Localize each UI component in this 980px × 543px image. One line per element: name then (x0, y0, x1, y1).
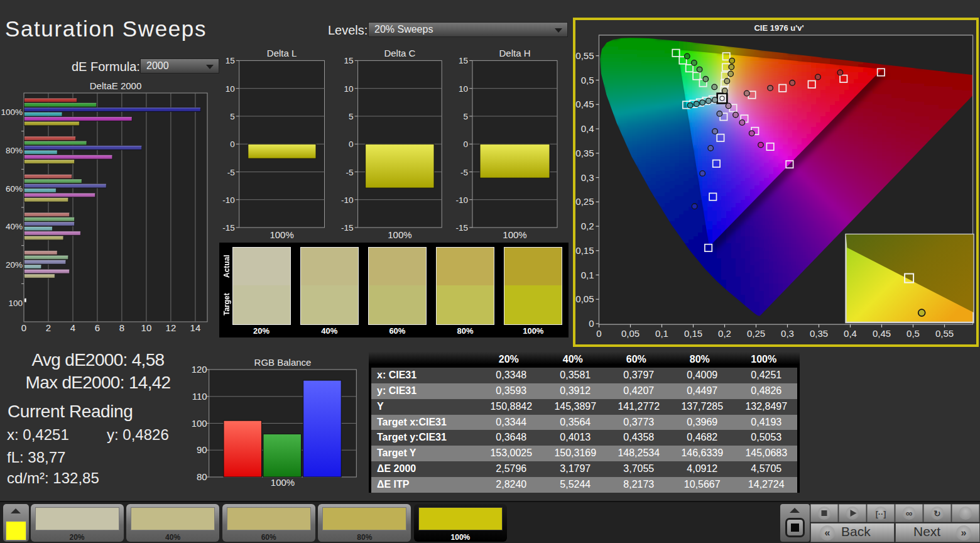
svg-text:-5: -5 (346, 168, 354, 177)
svg-text:90: 90 (197, 444, 207, 455)
svg-text:100%: 100% (388, 229, 411, 240)
svg-text:0: 0 (349, 140, 354, 149)
svg-text:0,25: 0,25 (575, 196, 594, 207)
svg-text:0,45: 0,45 (873, 328, 891, 339)
svg-text:10: 10 (226, 84, 235, 94)
svg-text:100%: 100% (271, 477, 295, 488)
svg-text:-10: -10 (341, 195, 354, 205)
svg-text:0: 0 (230, 140, 235, 149)
svg-text:-15: -15 (222, 223, 235, 233)
svg-text:40%: 40% (6, 222, 23, 231)
svg-text:-5: -5 (460, 168, 468, 177)
svg-text:15: 15 (344, 56, 354, 65)
svg-text:0,3: 0,3 (581, 172, 594, 183)
svg-text:12: 12 (166, 322, 177, 333)
svg-text:5: 5 (463, 112, 468, 121)
svg-text:0,05: 0,05 (575, 293, 594, 304)
svg-text:-15: -15 (341, 223, 354, 233)
svg-text:-10: -10 (222, 195, 235, 205)
svg-text:-5: -5 (227, 168, 235, 177)
svg-text:100%: 100% (270, 229, 293, 240)
svg-text:0,05: 0,05 (621, 328, 640, 339)
svg-text:CIE 1976 u'v': CIE 1976 u'v' (754, 23, 803, 33)
svg-text:100: 100 (192, 418, 207, 429)
svg-text:0,4: 0,4 (581, 123, 594, 134)
svg-text:0: 0 (463, 140, 468, 149)
svg-text:100%: 100% (1, 107, 23, 117)
svg-text:100: 100 (8, 299, 23, 308)
svg-text:Delta C: Delta C (384, 48, 415, 58)
svg-text:RGB Balance: RGB Balance (254, 357, 312, 368)
svg-text:0,4: 0,4 (844, 328, 857, 339)
svg-text:14: 14 (190, 322, 201, 333)
svg-text:10: 10 (141, 322, 152, 333)
svg-text:4: 4 (70, 322, 75, 333)
svg-text:15: 15 (226, 56, 235, 65)
svg-text:6: 6 (95, 322, 100, 333)
svg-text:80%: 80% (6, 146, 23, 155)
svg-text:Delta H: Delta H (499, 48, 530, 58)
svg-text:110: 110 (192, 391, 207, 402)
svg-text:0,55: 0,55 (575, 50, 594, 61)
svg-text:20%: 20% (6, 260, 23, 270)
svg-text:0,2: 0,2 (718, 328, 731, 339)
svg-text:[··]: [··] (876, 510, 886, 518)
svg-text:8: 8 (119, 322, 124, 333)
svg-text:DeltaE 2000: DeltaE 2000 (90, 82, 142, 91)
svg-text:100%: 100% (503, 229, 526, 240)
svg-text:0,55: 0,55 (935, 328, 954, 339)
svg-text:0,15: 0,15 (575, 245, 594, 256)
svg-text:0,2: 0,2 (581, 221, 594, 231)
svg-text:∞: ∞ (906, 508, 913, 518)
svg-text:0,5: 0,5 (906, 328, 920, 339)
svg-text:0,3: 0,3 (781, 328, 794, 339)
svg-text:0: 0 (589, 318, 594, 329)
svg-text:0,1: 0,1 (655, 328, 668, 339)
svg-text:0,5: 0,5 (581, 75, 594, 85)
svg-text:2: 2 (46, 322, 51, 333)
svg-text:0,45: 0,45 (575, 99, 594, 109)
svg-text:-10: -10 (455, 195, 468, 205)
svg-text:5: 5 (230, 112, 235, 121)
svg-text:-15: -15 (455, 223, 468, 233)
svg-text:0: 0 (21, 322, 26, 333)
svg-text:0,15: 0,15 (684, 328, 702, 339)
svg-text:80: 80 (197, 471, 207, 482)
svg-text:10: 10 (344, 84, 354, 94)
svg-text:5: 5 (349, 112, 354, 121)
svg-text:Delta L: Delta L (267, 48, 297, 58)
svg-text:0: 0 (596, 328, 601, 339)
svg-text:0,25: 0,25 (747, 328, 765, 339)
svg-text:0,35: 0,35 (810, 328, 828, 339)
svg-text:15: 15 (459, 56, 468, 65)
svg-text:0,1: 0,1 (581, 270, 594, 280)
svg-text:0,35: 0,35 (575, 148, 594, 158)
svg-text:60%: 60% (6, 184, 23, 194)
svg-text:10: 10 (459, 84, 468, 94)
svg-text:120: 120 (192, 364, 207, 375)
svg-text:↻: ↻ (934, 509, 940, 518)
